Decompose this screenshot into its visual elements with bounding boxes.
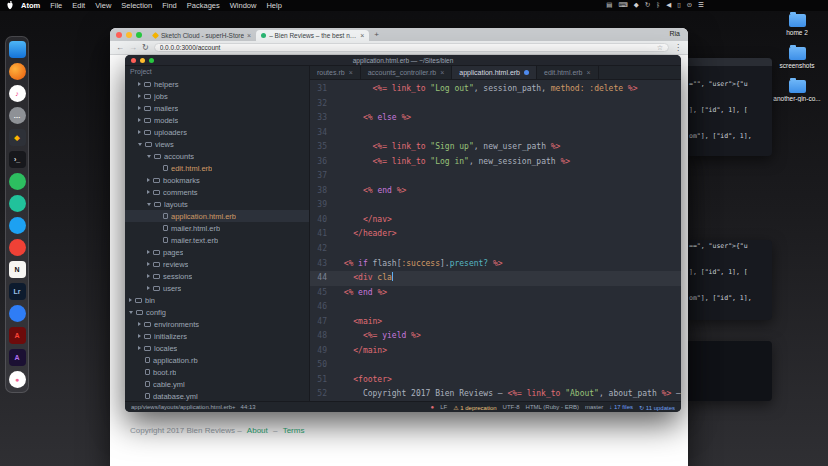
tab-close-icon[interactable]: ×	[349, 69, 353, 76]
tree-folder-reviews[interactable]: reviews	[125, 258, 309, 270]
tree-folder-environments[interactable]: environments	[125, 318, 309, 330]
apple-menu-icon[interactable]	[6, 1, 14, 10]
tab-close-icon[interactable]: ×	[440, 69, 444, 76]
tree-file-application.rb[interactable]: application.rb	[125, 354, 309, 366]
menu-item-packages[interactable]: Packages	[182, 1, 225, 10]
dock-icon-finder[interactable]	[9, 41, 26, 58]
dock-icon-terminal[interactable]: ›_	[9, 151, 26, 168]
code-line[interactable]: 45 <% end %>	[310, 286, 681, 301]
tree-folder-mailers[interactable]: mailers	[125, 102, 309, 114]
volume-icon[interactable]: ◀	[666, 2, 671, 9]
cursor-position[interactable]: 44:13	[241, 404, 256, 410]
desktop-icon-home-2[interactable]: home 2	[768, 14, 826, 36]
menu-item-view[interactable]: View	[90, 1, 116, 10]
back-icon[interactable]: ←	[116, 44, 124, 52]
dock-icon-twitter[interactable]	[9, 217, 26, 234]
code-line[interactable]: 52 Copyright 2017 Bien Reviews – <%= lin…	[310, 387, 681, 401]
tree-file-boot.rb[interactable]: boot.rb	[125, 366, 309, 378]
dock-icon-spotify[interactable]	[9, 195, 26, 212]
tree-folder-users[interactable]: users	[125, 282, 309, 294]
tree-folder-helpers[interactable]: helpers	[125, 78, 309, 90]
code-line[interactable]: 51 <footer>	[310, 373, 681, 388]
tree-file-mailer.text.erb[interactable]: mailer.text.erb	[125, 234, 309, 246]
footer-link-about[interactable]: About	[247, 426, 268, 435]
tree-file-cable.yml[interactable]: cable.yml	[125, 378, 309, 390]
terminal-window-2[interactable]: ==", "user">{"u], ["id", 1], [om"], ["id…	[686, 240, 772, 320]
tree-folder-bookmarks[interactable]: bookmarks	[125, 174, 309, 186]
code-line[interactable]: 43 <% if flash[:success].present? %>	[310, 257, 681, 272]
tree-folder-sessions[interactable]: sessions	[125, 270, 309, 282]
bluetooth-icon[interactable]: ᛒ	[656, 2, 660, 9]
code-line[interactable]: 33 <% else %>	[310, 111, 681, 126]
menu-item-window[interactable]: Window	[225, 1, 262, 10]
dock-icon-sketch[interactable]: ◆	[9, 129, 26, 146]
dock-icon-affinity[interactable]: A	[9, 349, 26, 366]
menu-item-edit[interactable]: Edit	[67, 1, 90, 10]
tree-folder-layouts[interactable]: layouts	[125, 198, 309, 210]
code-line[interactable]: 40 </nav>	[310, 213, 681, 228]
menu-item-file[interactable]: File	[45, 1, 67, 10]
code-line[interactable]: 47 <main>	[310, 315, 681, 330]
dock-icon-app-blue[interactable]	[9, 305, 26, 322]
code-line[interactable]: 39	[310, 198, 681, 213]
tree-folder-views[interactable]: views	[125, 138, 309, 150]
tab-close-icon[interactable]: ×	[587, 69, 591, 76]
tree-folder-models[interactable]: models	[125, 114, 309, 126]
file-path[interactable]: app/views/layouts/application.html.erb+	[131, 404, 236, 410]
zoom-button[interactable]	[149, 58, 154, 63]
git-updates[interactable]: ↻ 11 updates	[639, 404, 675, 411]
menu-item-find[interactable]: Find	[157, 1, 182, 10]
terminal-window-3[interactable]	[686, 341, 772, 401]
keyboard-brightness-icon[interactable]: ⌨	[618, 2, 627, 9]
tab-close-icon[interactable]: ×	[360, 32, 364, 39]
close-button[interactable]	[131, 58, 136, 63]
bookmark-star-icon[interactable]: ☆	[657, 44, 663, 52]
dock-icon-lightroom[interactable]: Lr	[9, 283, 26, 300]
tree-file-application.html.erb[interactable]: application.html.erb	[125, 210, 309, 222]
minimize-button[interactable]	[126, 32, 132, 38]
battery-icon[interactable]: ▯	[677, 2, 681, 9]
code-line[interactable]: 36 <%= link_to "Log in", new_session_pat…	[310, 155, 681, 170]
zoom-button[interactable]	[136, 32, 142, 38]
tree-folder-initializers[interactable]: initializers	[125, 330, 309, 342]
desktop-icon-screenshots[interactable]: screenshots	[768, 47, 826, 69]
menu-item-help[interactable]: Help	[261, 1, 286, 10]
dock-icon-acrobat[interactable]: A	[9, 327, 26, 344]
terminal-window-1[interactable]: ="", "user">{"u], ["id", 1], [om"], ["id…	[686, 58, 772, 156]
code-line[interactable]: 48 <%= yield %>	[310, 329, 681, 344]
code-line[interactable]: 41 </header>	[310, 227, 681, 242]
address-bar[interactable]: 0.0.0.0:3000/account ☆	[154, 43, 669, 52]
desktop-icon-another-gin-co...[interactable]: another-gin-co...	[768, 80, 826, 102]
dock-icon-messages[interactable]: …	[9, 107, 26, 124]
code-line[interactable]: 44 <div cla	[310, 271, 681, 286]
git-branch[interactable]: master	[585, 404, 603, 411]
code-line[interactable]: 32	[310, 97, 681, 112]
tab-close-icon[interactable]: ×	[247, 32, 251, 39]
code-line[interactable]: 50	[310, 358, 681, 373]
code-line[interactable]: 49 </main>	[310, 344, 681, 359]
dock-icon-music[interactable]: ♪	[9, 85, 26, 102]
browser-tab-sketch-cloud-superh-store[interactable]: Sketch Cloud - superH-Store×	[148, 30, 256, 41]
dock-icon-popcorn-time[interactable]	[9, 239, 26, 256]
editor-tab-edit.html.erb[interactable]: edit.html.erb×	[537, 66, 599, 79]
code-editor[interactable]: 31 <%= link_to "Log out", session_path, …	[310, 80, 681, 401]
editor-tab-routes.rb[interactable]: routes.rb×	[310, 66, 361, 79]
notification-center-icon[interactable]: ☰	[698, 2, 704, 9]
tree-folder-pages[interactable]: pages	[125, 246, 309, 258]
minimize-button[interactable]	[140, 58, 145, 63]
deprecation-warning[interactable]: ⚠ 1 deprecation	[453, 404, 496, 411]
browser-profile-name[interactable]: Ria	[669, 30, 680, 37]
browser-menu-icon[interactable]: ⋮	[674, 43, 682, 52]
editor-tab-application.html.erb[interactable]: application.html.erb	[452, 66, 537, 79]
tree-folder-accounts[interactable]: accounts	[125, 150, 309, 162]
dock-icon-evernote[interactable]	[9, 173, 26, 190]
tree-folder-config[interactable]: config	[125, 306, 309, 318]
tree-file-database.yml[interactable]: database.yml	[125, 390, 309, 401]
dock-icon-firefox[interactable]	[9, 63, 26, 80]
forward-icon[interactable]: →	[129, 44, 137, 52]
spotlight-icon[interactable]: ⊙	[687, 2, 692, 9]
code-line[interactable]: 34	[310, 126, 681, 141]
tree-folder-uploaders[interactable]: uploaders	[125, 126, 309, 138]
tree-folder-jobs[interactable]: jobs	[125, 90, 309, 102]
status-indicator-dot[interactable]: ●	[431, 404, 435, 411]
